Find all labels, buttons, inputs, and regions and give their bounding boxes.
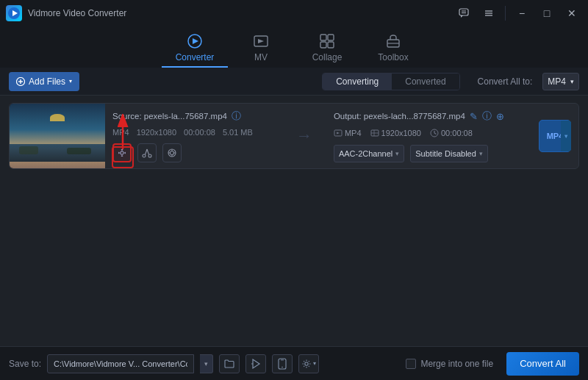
format-value: MP4 — [548, 76, 566, 87]
source-label: Source: pexels-la...75687.mp4 — [112, 112, 227, 121]
audio-channel-value: AAC-2Channel — [339, 149, 392, 158]
output-controls-row: AAC-2Channel ▾ Subtitle Disabled ▾ — [334, 145, 528, 162]
svg-marker-32 — [337, 132, 340, 134]
tab-collage-label: Collage — [312, 52, 343, 62]
subtitle-value: Subtitle Disabled — [415, 149, 476, 158]
svg-point-21 — [143, 154, 146, 157]
svg-rect-14 — [328, 42, 334, 48]
title-bar-controls: − □ ✕ — [453, 6, 582, 21]
convert-all-format-selector[interactable]: MP4 ▾ — [542, 73, 579, 90]
subtitle-chevron: ▾ — [479, 150, 483, 157]
convert-all-button[interactable]: Convert All — [506, 352, 579, 376]
tab-collage[interactable]: Collage — [294, 29, 360, 68]
title-bar: Vidmore Video Converter − □ ✕ — [0, 0, 588, 26]
svg-line-23 — [145, 149, 147, 155]
minimize-button[interactable]: − — [512, 6, 532, 21]
close-button[interactable]: ✕ — [562, 6, 582, 21]
output-meta-row: MP4 1920x1080 00:00:08 — [334, 129, 528, 137]
subtitle-select[interactable]: Subtitle Disabled ▾ — [410, 145, 488, 162]
effects-button[interactable] — [162, 143, 182, 162]
add-files-button[interactable]: Add Files ▾ — [9, 72, 79, 91]
cut-button[interactable] — [137, 143, 157, 162]
svg-line-24 — [147, 149, 149, 155]
svg-rect-2 — [459, 9, 468, 15]
file-item: Source: pexels-la...75687.mp4 ⓘ MP4 1920… — [9, 103, 579, 169]
audio-channel-select[interactable]: AAC-2Channel ▾ — [334, 145, 404, 162]
quick-convert-button[interactable] — [245, 354, 266, 373]
svg-point-44 — [282, 366, 283, 368]
output-resolution-meta: 1920x1080 — [370, 129, 421, 137]
converted-tab[interactable]: Converted — [392, 74, 459, 90]
arrow-area: → — [282, 104, 326, 168]
output-duration-value: 00:00:08 — [441, 129, 473, 137]
output-format-meta: MP4 — [334, 129, 362, 137]
converting-tab[interactable]: Converting — [323, 74, 392, 90]
status-tabs: Converting Converted — [322, 73, 459, 90]
source-row: Source: pexels-la...75687.mp4 ⓘ — [112, 110, 275, 123]
file-size: 5.01 MB — [223, 128, 253, 137]
title-divider — [505, 6, 506, 21]
settings-button[interactable] — [112, 143, 132, 162]
save-path-input[interactable] — [47, 354, 194, 373]
menu-button[interactable] — [478, 6, 499, 21]
file-actions-row — [112, 143, 275, 162]
svg-rect-13 — [320, 42, 326, 48]
svg-marker-9 — [193, 38, 198, 44]
output-row: Output: pexels-lach...8775687.mp4 ✎ ⓘ ⊕ — [334, 110, 528, 123]
edit-output-icon[interactable]: ✎ — [470, 111, 478, 122]
toolbar: Add Files ▾ Converting Converted Convert… — [0, 68, 588, 96]
tab-toolbox[interactable]: Toolbox — [360, 29, 426, 68]
tab-mv[interactable]: MV — [228, 29, 294, 68]
add-files-chevron: ▾ — [69, 78, 72, 85]
svg-rect-12 — [328, 35, 334, 40]
output-resolution-value: 1920x1080 — [381, 129, 421, 137]
merge-check-area: Merge into one file — [406, 359, 493, 369]
open-folder-button[interactable] — [219, 354, 240, 373]
save-path-dropdown[interactable]: ▾ — [200, 354, 213, 373]
convert-all-to-label: Convert All to: — [478, 76, 533, 87]
add-output-icon[interactable]: ⊕ — [496, 111, 504, 122]
format-chevron: ▾ — [570, 78, 574, 85]
app-title: Vidmore Video Converter — [28, 8, 126, 18]
app-logo — [6, 5, 22, 21]
convert-arrow: → — [296, 126, 312, 146]
format-badge-arrow[interactable]: ▾ — [561, 121, 571, 151]
maximize-button[interactable]: □ — [537, 6, 557, 21]
svg-line-38 — [434, 133, 437, 135]
output-label: Output: pexels-lach...8775687.mp4 — [334, 112, 465, 121]
tab-toolbox-label: Toolbox — [378, 52, 408, 62]
output-duration-meta: 00:00:08 — [430, 129, 473, 137]
chat-button[interactable] — [453, 6, 474, 21]
phone-preview-button[interactable] — [272, 354, 293, 373]
output-info-icon[interactable]: ⓘ — [482, 110, 492, 123]
title-bar-left: Vidmore Video Converter — [6, 5, 126, 21]
svg-point-26 — [171, 151, 174, 155]
output-format-value: MP4 — [345, 129, 362, 137]
tab-mv-label: MV — [254, 52, 268, 62]
thumbnail-scene — [10, 104, 105, 168]
status-bar: Save to: ▾ ▾ Merge into one file Convert… — [0, 346, 588, 380]
save-to-label: Save to: — [9, 359, 41, 369]
merge-label: Merge into one file — [420, 359, 493, 369]
settings-gear-button[interactable]: ▾ — [298, 354, 319, 373]
audio-chevron: ▾ — [395, 150, 399, 157]
tab-converter-label: Converter — [176, 52, 215, 62]
svg-rect-11 — [320, 35, 326, 40]
source-info-icon[interactable]: ⓘ — [232, 110, 241, 123]
nav-bar: Converter MV Collage Toolbox — [0, 26, 588, 68]
merge-checkbox[interactable] — [406, 359, 416, 369]
output-info: Output: pexels-lach...8775687.mp4 ✎ ⓘ ⊕ … — [326, 104, 536, 168]
file-format: MP4 — [112, 128, 129, 137]
thumbnail-sun — [50, 114, 65, 121]
file-info: Source: pexels-la...75687.mp4 ⓘ MP4 1920… — [105, 104, 282, 168]
file-duration: 00:00:08 — [184, 128, 215, 137]
file-meta-row: MP4 1920x1080 00:00:08 5.01 MB — [112, 128, 275, 137]
file-resolution: 1920x1080 — [137, 128, 176, 137]
tab-converter[interactable]: Converter — [162, 29, 228, 68]
svg-point-22 — [148, 154, 151, 157]
file-thumbnail — [10, 104, 105, 168]
svg-point-46 — [305, 362, 308, 365]
add-files-label: Add Files — [29, 76, 65, 87]
svg-marker-41 — [253, 359, 259, 368]
main-content: Source: pexels-la...75687.mp4 ⓘ MP4 1920… — [0, 96, 588, 346]
